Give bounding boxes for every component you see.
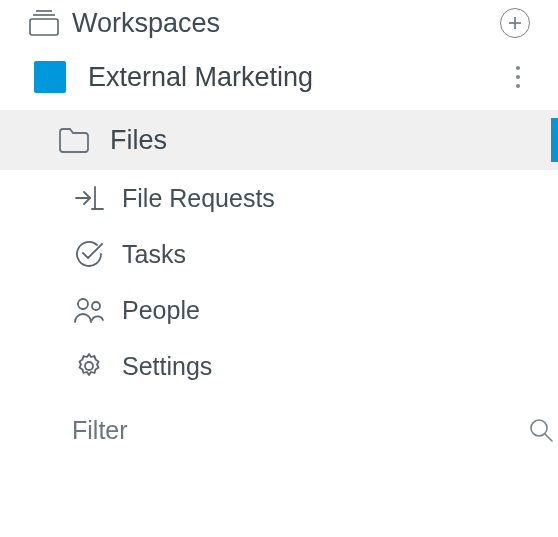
svg-point-5 xyxy=(78,299,88,309)
workspace-item[interactable]: External Marketing xyxy=(0,44,558,110)
sidebar: Workspaces External Marketing Files xyxy=(0,0,558,460)
inbox-arrow-icon xyxy=(72,181,106,215)
workspaces-stack-icon xyxy=(28,9,68,37)
nav-label-tasks: Tasks xyxy=(122,240,186,269)
nav-label-settings: Settings xyxy=(122,352,212,381)
filter-label: Filter xyxy=(72,416,528,445)
nav-item-settings[interactable]: Settings xyxy=(0,338,558,394)
nav-label-file-requests: File Requests xyxy=(122,184,275,213)
svg-rect-2 xyxy=(30,19,58,35)
nav-item-files[interactable]: Files xyxy=(0,110,558,170)
folder-icon xyxy=(56,122,92,158)
svg-line-9 xyxy=(545,434,552,441)
workspaces-header: Workspaces xyxy=(0,2,558,44)
add-workspace-button[interactable] xyxy=(500,8,530,38)
nav-item-file-requests[interactable]: File Requests xyxy=(0,170,558,226)
workspaces-title: Workspaces xyxy=(68,8,500,39)
check-circle-icon xyxy=(72,237,106,271)
search-icon[interactable] xyxy=(528,417,554,443)
gear-icon xyxy=(72,349,106,383)
workspace-color-swatch xyxy=(34,61,66,93)
svg-point-6 xyxy=(92,302,100,310)
nav-label-people: People xyxy=(122,296,200,325)
nav-item-tasks[interactable]: Tasks xyxy=(0,226,558,282)
filter-row[interactable]: Filter xyxy=(0,400,558,460)
nav-sub-list: File Requests Tasks People xyxy=(0,170,558,394)
nav-label-files: Files xyxy=(110,125,167,156)
svg-point-7 xyxy=(85,362,93,370)
people-icon xyxy=(72,293,106,327)
nav-item-people[interactable]: People xyxy=(0,282,558,338)
workspace-menu-button[interactable] xyxy=(506,59,530,95)
workspace-name: External Marketing xyxy=(88,62,506,93)
